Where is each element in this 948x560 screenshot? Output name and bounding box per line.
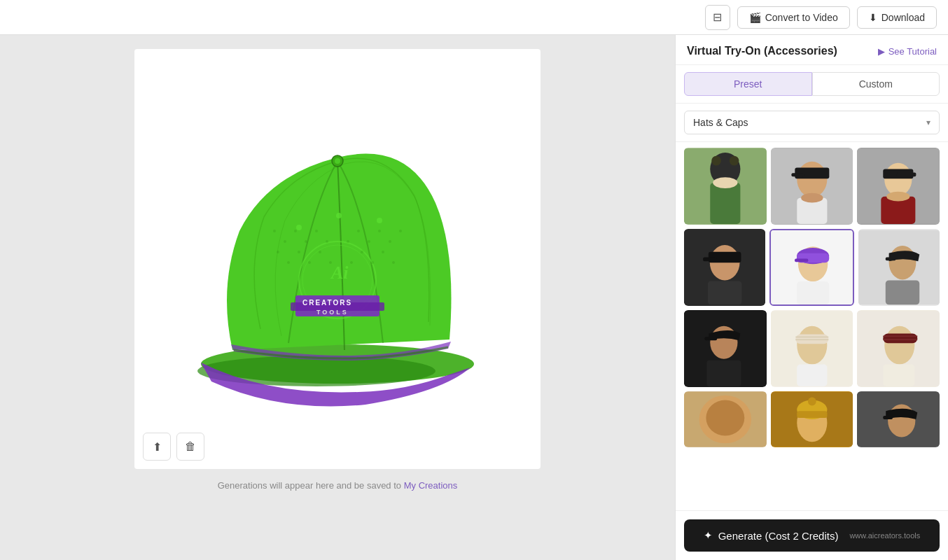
panel-header: Virtual Try-On (Accessories) ▶ See Tutor…	[676, 35, 948, 65]
svg-point-50	[885, 163, 912, 196]
svg-point-3	[335, 158, 340, 164]
grid-item-3-2[interactable]	[857, 391, 940, 447]
svg-point-40	[730, 156, 739, 166]
svg-point-27	[287, 261, 290, 264]
svg-point-21	[357, 230, 360, 232]
svg-text:Ai: Ai	[330, 262, 349, 283]
svg-point-67	[888, 246, 916, 279]
download-button[interactable]: ⬇ Download	[857, 6, 937, 29]
svg-point-5	[377, 218, 382, 223]
convert-to-video-button[interactable]: 🎬 Convert to Video	[737, 6, 850, 29]
grid-item-3-0[interactable]	[684, 391, 767, 447]
svg-point-24	[389, 240, 391, 243]
tab-row: Preset Custom	[676, 65, 948, 104]
footer-text: Generations will appear here and be save…	[218, 480, 458, 491]
svg-point-22	[368, 240, 370, 243]
svg-point-33	[361, 251, 363, 253]
grid-item-0-1[interactable]	[771, 148, 853, 225]
svg-rect-41	[710, 183, 740, 224]
generate-bar: ✦ Generate (Cost 2 Credits) www.aicreato…	[676, 510, 948, 560]
svg-point-44	[797, 162, 827, 197]
grid-row-2	[684, 310, 940, 387]
grid-row-3	[684, 391, 940, 447]
footer-description: Generations will appear here and be save…	[218, 480, 401, 491]
svg-point-39	[711, 156, 721, 166]
svg-rect-46	[791, 173, 804, 176]
svg-point-48	[801, 193, 823, 203]
canvas-image: Ai CREATORS TOOLS	[134, 49, 541, 469]
cap-svg: Ai CREATORS TOOLS	[176, 91, 499, 427]
svg-rect-68	[885, 257, 895, 260]
watermark-text: www.aicreators.tools	[849, 531, 920, 540]
svg-point-36	[392, 261, 395, 264]
upload-button[interactable]: ⬆	[143, 433, 171, 461]
svg-point-18	[315, 230, 318, 232]
panel-title: Virtual Try-On (Accessories)	[687, 45, 837, 57]
collapse-icon: ⊟	[713, 10, 722, 24]
svg-text:CREATORS: CREATORS	[302, 299, 352, 307]
svg-point-54	[887, 192, 910, 202]
right-panel: Virtual Try-On (Accessories) ▶ See Tutor…	[675, 35, 948, 560]
svg-rect-79	[797, 365, 827, 386]
grid-row-0	[684, 148, 940, 225]
tab-preset[interactable]: Preset	[684, 72, 812, 96]
generate-button[interactable]: ✦ Generate (Cost 2 Credits) www.aicreato…	[684, 519, 940, 552]
canvas-container: Ai CREATORS TOOLS	[134, 49, 541, 469]
download-label: Download	[881, 12, 925, 23]
svg-point-16	[294, 230, 297, 232]
dropdown-label: Hats & Caps	[693, 117, 748, 128]
my-creations-link[interactable]: My Creations	[404, 480, 458, 491]
dropdown-row: Hats & Caps ▾	[676, 104, 948, 142]
grid-item-2-2[interactable]	[857, 310, 940, 387]
grid-item-2-1[interactable]	[771, 310, 853, 387]
svg-point-15	[284, 240, 286, 243]
svg-point-29	[308, 261, 311, 264]
svg-point-35	[382, 251, 384, 253]
svg-point-17	[305, 240, 307, 243]
svg-rect-96	[884, 416, 893, 419]
svg-point-26	[277, 251, 279, 253]
svg-rect-73	[706, 360, 741, 386]
svg-rect-64	[795, 258, 808, 262]
svg-point-75	[797, 326, 827, 365]
svg-rect-85	[884, 365, 915, 386]
svg-point-28	[298, 251, 300, 253]
grid-item-1-0[interactable]	[684, 229, 765, 306]
see-tutorial-button[interactable]: ▶ See Tutorial	[878, 46, 937, 57]
grid-item-1-1[interactable]	[769, 229, 853, 306]
svg-point-32	[350, 261, 353, 264]
svg-rect-59	[708, 281, 741, 304]
grid-item-3-1[interactable]	[771, 391, 853, 447]
grid-item-0-0[interactable]	[684, 148, 767, 225]
trash-icon: 🗑	[185, 440, 196, 453]
tab-custom[interactable]: Custom	[812, 72, 940, 96]
canvas-actions: ⬆ 🗑	[143, 433, 204, 461]
video-icon: 🎬	[749, 12, 761, 23]
download-icon: ⬇	[869, 12, 877, 23]
grid-item-2-0[interactable]	[684, 310, 767, 387]
category-dropdown[interactable]: Hats & Caps ▾	[684, 111, 940, 134]
svg-point-19	[326, 240, 328, 243]
svg-point-92	[808, 398, 816, 406]
svg-point-25	[399, 230, 402, 232]
canvas-area: Ai CREATORS TOOLS	[0, 35, 675, 560]
tutorial-icon: ▶	[878, 46, 885, 57]
toolbar: ⊟ 🎬 Convert to Video ⬇ Download	[0, 0, 948, 35]
svg-text:TOOLS: TOOLS	[316, 309, 349, 316]
svg-point-88	[706, 400, 744, 436]
collapse-button[interactable]: ⊟	[705, 5, 730, 30]
svg-rect-76	[795, 334, 828, 344]
delete-button[interactable]: 🗑	[176, 433, 204, 461]
svg-rect-69	[885, 280, 919, 304]
grid-item-0-2[interactable]	[857, 148, 940, 225]
svg-point-31	[329, 261, 332, 264]
tab-preset-label: Preset	[734, 78, 762, 90]
upload-icon: ⬆	[153, 440, 162, 454]
tab-custom-label: Custom	[859, 78, 893, 90]
generate-label: Generate (Cost 2 Credits)	[718, 530, 839, 542]
svg-point-23	[378, 230, 381, 232]
grid-item-1-2[interactable]	[858, 229, 940, 306]
svg-rect-93	[797, 411, 827, 418]
svg-point-20	[347, 240, 349, 243]
svg-rect-52	[897, 172, 916, 176]
